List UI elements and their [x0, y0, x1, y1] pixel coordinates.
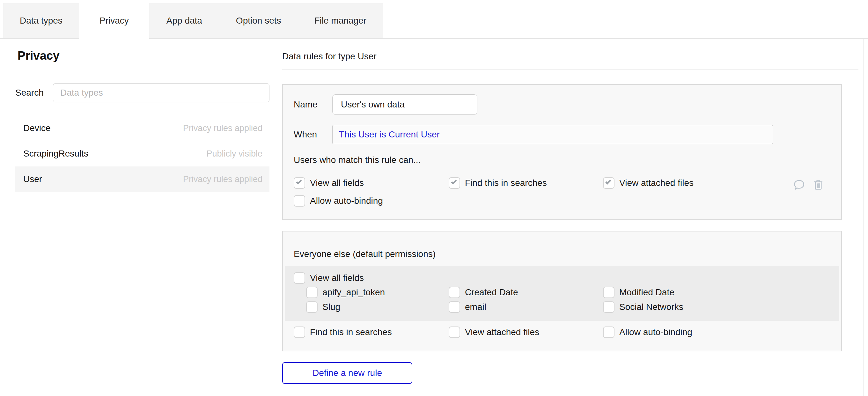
privacy-status: Publicly visible: [206, 149, 262, 159]
search-input[interactable]: [53, 83, 270, 102]
search-row: Search: [15, 83, 270, 102]
panel-title: Data rules for type User: [282, 51, 859, 62]
checkbox-icon: [449, 287, 460, 298]
tab-label: App data: [166, 16, 202, 26]
right-panel-divider: [863, 39, 864, 396]
checkbox-label: View attached files: [619, 178, 693, 188]
checkbox-icon: [603, 177, 615, 189]
data-type-name: User: [23, 174, 42, 184]
rule-subtitle: Users who match this rule can...: [294, 155, 841, 165]
checkbox-label: Created Date: [465, 287, 518, 298]
page-title: Privacy: [18, 49, 270, 62]
checkbox-icon: [306, 301, 318, 313]
checkmark-icon: [296, 179, 302, 184]
checkbox-view-attached-files-default[interactable]: View attached files: [449, 327, 603, 338]
checkbox-allow-auto-binding[interactable]: Allow auto-binding: [294, 195, 449, 207]
checkbox-find-in-searches[interactable]: Find this in searches: [449, 177, 603, 189]
trash-icon[interactable]: [811, 178, 825, 192]
rule-card-actions: [792, 178, 825, 192]
when-condition-box[interactable]: This User is Current User: [332, 125, 773, 144]
tab-privacy[interactable]: Privacy: [79, 3, 149, 38]
checkbox-icon: [449, 301, 460, 313]
checkbox-icon: [603, 301, 615, 313]
field-row: apify_api_token Created Date Modified Da…: [306, 285, 839, 300]
default-permissions-card: Everyone else (default permissions) View…: [282, 231, 842, 352]
checkbox-label: View all fields: [310, 178, 364, 188]
checkbox-find-in-searches-default[interactable]: Find this in searches: [294, 327, 449, 338]
checkbox-label: apify_api_token: [322, 287, 385, 298]
field-row: Slug email Social Networks: [306, 300, 839, 314]
default-card-title: Everyone else (default permissions): [294, 249, 841, 260]
tab-file-manager[interactable]: File manager: [298, 3, 383, 38]
checkbox-created-date[interactable]: Created Date: [449, 287, 603, 298]
comment-icon[interactable]: [792, 178, 806, 192]
checkmark-icon: [605, 179, 611, 184]
tab-label: File manager: [314, 16, 366, 26]
privacy-status: Privacy rules applied: [183, 123, 262, 133]
define-new-rule-button[interactable]: Define a new rule: [282, 362, 412, 384]
checkbox-icon: [294, 327, 305, 338]
checkbox-icon: [294, 272, 305, 284]
tab-option-sets[interactable]: Option sets: [219, 3, 298, 38]
checkbox-label: Find this in searches: [465, 178, 547, 188]
data-type-name: ScrapingResults: [23, 149, 88, 159]
checkbox-label: View all fields: [310, 273, 364, 283]
data-type-name: Device: [23, 123, 51, 133]
checkbox-label: Allow auto-binding: [310, 196, 383, 206]
checkbox-icon: [603, 327, 615, 338]
data-type-list: Device Privacy rules applied ScrapingRes…: [15, 115, 270, 192]
checkbox-view-all-fields-default[interactable]: View all fields: [294, 272, 449, 284]
list-item-user[interactable]: User Privacy rules applied: [15, 166, 270, 192]
checkbox-view-attached-files[interactable]: View attached files: [603, 177, 693, 189]
checkbox-icon: [294, 177, 305, 189]
default-permissions-row: Find this in searches View attached file…: [294, 325, 841, 339]
editor-tab-bar: Data types Privacy App data Option sets …: [0, 3, 868, 39]
name-label: Name: [294, 99, 332, 110]
tab-app-data[interactable]: App data: [149, 3, 219, 38]
divider: [18, 71, 270, 71]
checkbox-label: Allow auto-binding: [619, 327, 692, 337]
checkbox-view-all-fields[interactable]: View all fields: [294, 177, 449, 189]
checkbox-allow-auto-binding-default[interactable]: Allow auto-binding: [603, 327, 692, 338]
checkbox-icon: [449, 327, 460, 338]
checkbox-label: email: [465, 302, 486, 312]
rule-name-input[interactable]: [332, 94, 477, 115]
checkbox-label: Find this in searches: [310, 327, 392, 337]
checkbox-icon: [306, 287, 318, 298]
when-condition-value: This User is Current User: [339, 129, 440, 140]
when-row: When This User is Current User: [294, 125, 841, 144]
field-checkbox-grid: apify_api_token Created Date Modified Da…: [306, 285, 839, 314]
privacy-sidebar: Privacy Search Device Privacy rules appl…: [15, 47, 270, 192]
privacy-status: Privacy rules applied: [183, 174, 262, 184]
checkbox-icon: [449, 177, 460, 189]
rule-permissions: View all fields Find this in searches Vi…: [294, 176, 841, 208]
fields-band: View all fields apify_api_token Created …: [285, 266, 839, 321]
divider: [282, 69, 859, 70]
checkbox-email[interactable]: email: [449, 301, 603, 313]
permissions-row: View all fields Find this in searches Vi…: [294, 176, 841, 190]
view-all-fields-row: View all fields: [294, 271, 839, 285]
tab-label: Option sets: [236, 16, 281, 26]
checkbox-label: View attached files: [465, 327, 539, 337]
tab-label: Data types: [20, 16, 62, 26]
name-row: Name: [294, 94, 841, 115]
checkbox-label: Slug: [322, 302, 340, 312]
permissions-row: Allow auto-binding: [294, 194, 841, 208]
when-label: When: [294, 129, 332, 140]
checkbox-label: Modified Date: [619, 287, 675, 298]
checkbox-modified-date[interactable]: Modified Date: [603, 287, 675, 298]
search-label: Search: [15, 88, 53, 98]
list-item-scrapingresults[interactable]: ScrapingResults Publicly visible: [15, 141, 270, 166]
checkbox-apify-api-token[interactable]: apify_api_token: [306, 287, 449, 298]
rule-card: Name When This User is Current: [282, 84, 842, 220]
data-rules-panel: Data rules for type User Name: [282, 47, 859, 384]
checkbox-icon: [294, 195, 305, 207]
checkbox-label: Social Networks: [619, 302, 683, 312]
list-item-device[interactable]: Device Privacy rules applied: [15, 115, 270, 141]
tab-data-types[interactable]: Data types: [3, 3, 79, 38]
checkmark-icon: [451, 179, 457, 184]
checkbox-icon: [603, 287, 615, 298]
checkbox-social-networks[interactable]: Social Networks: [603, 301, 683, 313]
tab-label: Privacy: [99, 16, 129, 26]
checkbox-slug[interactable]: Slug: [306, 301, 449, 313]
